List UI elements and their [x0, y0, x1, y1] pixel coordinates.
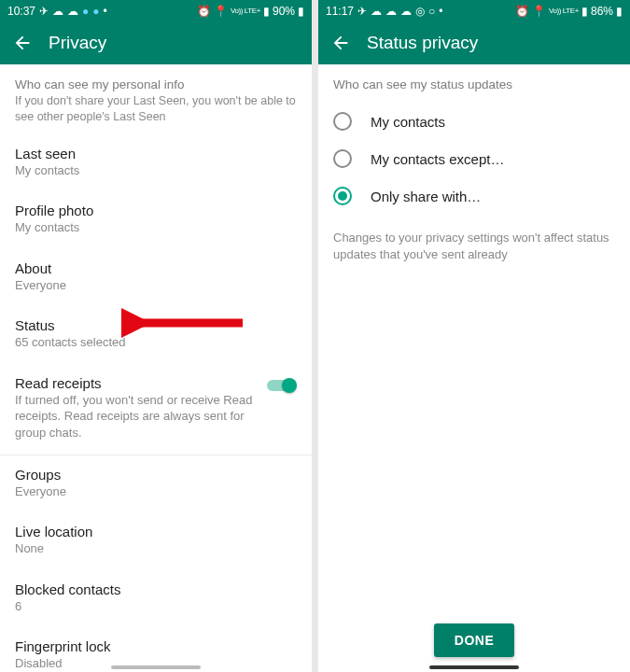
network-label: Vo)) LTE+ — [231, 7, 260, 15]
chat-icon: ● — [92, 5, 99, 18]
done-wrap: DONE — [318, 623, 630, 657]
section-header: Who can see my personal info — [0, 64, 312, 93]
page-title: Status privacy — [367, 33, 478, 53]
telegram-icon: ✈ — [39, 5, 49, 18]
phone-privacy: 10:37 ✈ ☁ ☁ ● ● • ⏰ 📍 Vo)) LTE+ ▮ 90% ▮ … — [0, 0, 312, 672]
item-title: Blocked contacts — [15, 581, 297, 597]
circle-icon: ○ — [428, 5, 435, 18]
read-receipts-toggle[interactable] — [265, 377, 297, 394]
status-time: 11:17 — [326, 5, 354, 18]
privacy-footnote: Changes to your privacy settings won't a… — [318, 220, 630, 263]
item-profile-photo[interactable]: Profile photo My contacts — [0, 191, 312, 249]
radio-label: Only share with… — [371, 189, 481, 204]
page-title: Privacy — [49, 33, 106, 53]
battery-pct: 90% — [273, 5, 295, 18]
item-title: Status — [15, 317, 297, 333]
status-bar: 10:37 ✈ ☁ ☁ ● ● • ⏰ 📍 Vo)) LTE+ ▮ 90% ▮ — [0, 0, 312, 21]
item-title: Groups — [15, 467, 297, 483]
privacy-list[interactable]: Who can see my personal info If you don'… — [0, 64, 312, 672]
radio-label: My contacts — [371, 114, 445, 130]
item-title: Profile photo — [15, 203, 297, 218]
item-sub: None — [15, 540, 297, 557]
item-groups[interactable]: Groups Everyone — [0, 455, 312, 513]
alarm-icon: ⏰ — [515, 5, 529, 18]
chat-icon: ☁ — [371, 5, 382, 18]
dot-icon: • — [104, 5, 107, 18]
gesture-handle — [111, 665, 201, 669]
radio-icon — [333, 112, 352, 131]
item-title: Read receipts — [15, 375, 256, 391]
signal-icon: ▮ — [263, 5, 270, 18]
radio-my-contacts-except[interactable]: My contacts except… — [318, 140, 630, 177]
item-title: About — [15, 260, 297, 276]
status-bar: 11:17 ✈ ☁ ☁ ☁ ◎ ○ • ⏰ 📍 Vo)) LTE+ ▮ 86% … — [318, 0, 630, 21]
item-title: Last seen — [15, 146, 297, 161]
item-sub: If turned off, you won't send or receive… — [15, 392, 256, 441]
battery-icon: ▮ — [298, 5, 304, 18]
phone-status-privacy: 11:17 ✈ ☁ ☁ ☁ ◎ ○ • ⏰ 📍 Vo)) LTE+ ▮ 86% … — [318, 0, 630, 672]
alarm-icon: ⏰ — [197, 5, 211, 18]
back-button[interactable] — [326, 28, 356, 58]
arrow-back-icon — [330, 33, 351, 53]
item-blocked-contacts[interactable]: Blocked contacts 6 — [0, 570, 312, 628]
chat-icon: ☁ — [400, 5, 412, 18]
item-sub: My contacts — [15, 162, 297, 179]
chat-icon: ☁ — [52, 5, 63, 18]
status-time: 10:37 — [7, 5, 35, 18]
gesture-handle — [429, 665, 519, 669]
item-live-location[interactable]: Live location None — [0, 512, 312, 570]
chat-icon: ● — [82, 5, 89, 18]
item-sub: Disabled — [15, 655, 297, 672]
chat-icon: ☁ — [67, 5, 78, 18]
instagram-icon: ◎ — [415, 5, 425, 18]
item-sub: My contacts — [15, 219, 297, 236]
app-bar: Status privacy — [318, 21, 630, 64]
arrow-back-icon — [12, 33, 33, 53]
network-label: Vo)) LTE+ — [549, 7, 579, 15]
dot-icon: • — [439, 5, 442, 18]
done-button[interactable]: DONE — [434, 623, 514, 657]
item-title: Fingerprint lock — [15, 638, 297, 654]
item-about[interactable]: About Everyone — [0, 249, 312, 307]
battery-pct: 86% — [591, 5, 613, 18]
item-read-receipts[interactable]: Read receipts If turned off, you won't s… — [0, 364, 312, 455]
battery-icon: ▮ — [616, 5, 623, 18]
app-bar: Privacy — [0, 21, 312, 64]
chat-icon: ☁ — [385, 5, 397, 18]
radio-label: My contacts except… — [371, 151, 504, 167]
radio-icon — [333, 149, 352, 168]
radio-icon — [333, 187, 352, 205]
item-sub: Everyone — [15, 483, 297, 500]
item-sub: 65 contacts selected — [15, 334, 297, 351]
signal-icon: ▮ — [581, 5, 588, 18]
telegram-icon: ✈ — [357, 5, 367, 18]
status-privacy-content: Who can see my status updates My contact… — [318, 64, 630, 672]
section-header: Who can see my status updates — [318, 64, 630, 97]
back-button[interactable] — [7, 28, 37, 58]
section-sub: If you don't share your Last Seen, you w… — [0, 93, 312, 134]
location-icon: 📍 — [532, 5, 546, 18]
radio-only-share-with[interactable]: Only share with… — [318, 177, 630, 215]
radio-group: My contacts My contacts except… Only sha… — [318, 97, 630, 220]
item-last-seen[interactable]: Last seen My contacts — [0, 134, 312, 192]
item-sub: Everyone — [15, 277, 297, 294]
radio-my-contacts[interactable]: My contacts — [318, 103, 630, 140]
item-sub: 6 — [15, 598, 297, 615]
item-status[interactable]: Status 65 contacts selected — [0, 306, 312, 364]
location-icon: 📍 — [214, 5, 228, 18]
item-title: Live location — [15, 524, 297, 539]
